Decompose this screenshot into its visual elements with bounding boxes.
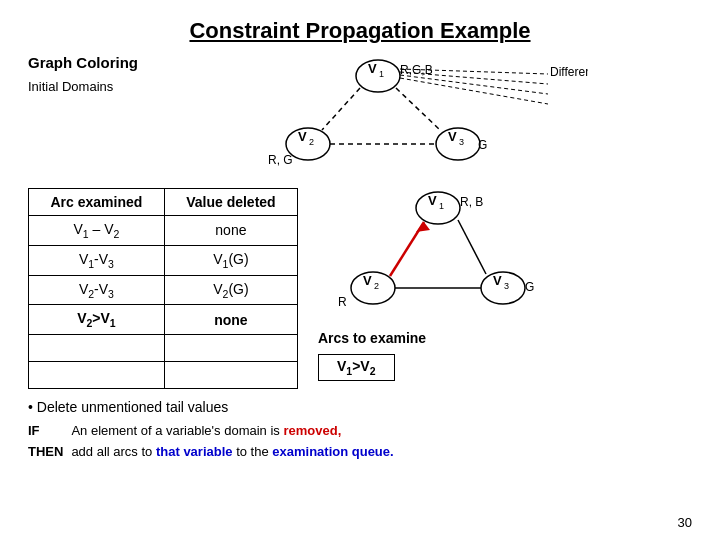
then-label: THEN <box>28 442 63 463</box>
table-container: Arc examined Value deleted V1 – V2 none … <box>28 188 298 389</box>
deleted-cell-highlight: none <box>164 305 297 335</box>
table-row-empty2 <box>29 362 298 389</box>
arc-cell: V2-V3 <box>29 275 165 305</box>
svg-line-34 <box>458 220 486 274</box>
constraint-table: Arc examined Value deleted V1 – V2 none … <box>28 188 298 389</box>
bullet-text: • Delete unmentioned tail values <box>28 399 228 415</box>
if-removed: removed, <box>283 423 341 438</box>
svg-line-13 <box>396 88 440 130</box>
ifthen-text: An element of a variable's domain is rem… <box>71 421 393 463</box>
table-row: V1-V3 V1(G) <box>29 245 298 275</box>
svg-marker-33 <box>416 222 430 232</box>
table-row-highlight: V2>V1 none <box>29 305 298 335</box>
svg-line-12 <box>322 88 360 130</box>
first-graph-diagram: V 1 R,G,B V 2 R, G V 3 G <box>208 54 692 174</box>
svg-text:3: 3 <box>459 137 464 147</box>
bullet-section: • Delete unmentioned tail values <box>28 399 692 415</box>
svg-text:V: V <box>428 193 437 208</box>
graph-label-area: Graph Coloring Initial Domains <box>28 54 208 94</box>
svg-text:G: G <box>525 280 534 294</box>
svg-point-0 <box>356 60 400 92</box>
deleted-cell: V1(G) <box>164 245 297 275</box>
arc-cell: V1-V3 <box>29 245 165 275</box>
arcs-to-examine-label: Arcs to examine <box>318 330 692 346</box>
svg-text:V: V <box>448 129 457 144</box>
table-header-deleted: Value deleted <box>164 189 297 216</box>
top-section: Graph Coloring Initial Domains V 1 R,G,B… <box>28 54 692 174</box>
svg-text:V: V <box>298 129 307 144</box>
svg-text:R, B: R, B <box>460 195 483 209</box>
deleted-cell: none <box>164 216 297 246</box>
graph-title: Graph Coloring <box>28 54 208 71</box>
deleted-cell: V2(G) <box>164 275 297 305</box>
page-number: 30 <box>678 515 692 530</box>
svg-text:V: V <box>493 273 502 288</box>
svg-text:G: G <box>478 138 487 152</box>
svg-text:V: V <box>363 273 372 288</box>
table-row-empty1 <box>29 335 298 362</box>
second-graph-area: V 1 R, B V 2 R V 3 G <box>318 188 692 381</box>
page: Constraint Propagation Example Graph Col… <box>0 0 720 540</box>
then-line: add all arcs to that variable to the exa… <box>71 442 393 463</box>
svg-point-8 <box>436 128 480 160</box>
if-line: An element of a variable's domain is rem… <box>71 421 393 442</box>
svg-point-28 <box>481 272 525 304</box>
initial-domains-label: Initial Domains <box>28 79 208 94</box>
svg-text:R, G: R, G <box>268 153 293 167</box>
svg-text:2: 2 <box>374 281 379 291</box>
svg-text:V: V <box>368 61 377 76</box>
table-header-arc: Arc examined <box>29 189 165 216</box>
arc-cell-highlight: V2>V1 <box>29 305 165 335</box>
ifthen-section: IF THEN An element of a variable's domai… <box>28 421 692 463</box>
then-variable: that variable <box>156 444 233 459</box>
svg-text:R: R <box>338 295 347 309</box>
svg-text:Different-color constraint: Different-color constraint <box>550 65 588 79</box>
deleted-cell-empty2 <box>164 362 297 389</box>
table-row: V2-V3 V2(G) <box>29 275 298 305</box>
svg-point-20 <box>416 192 460 224</box>
svg-text:1: 1 <box>439 201 444 211</box>
svg-line-17 <box>400 75 548 94</box>
arc-cell-empty <box>29 335 165 362</box>
if-label: IF <box>28 421 63 442</box>
v1v2-label: V1>V2 <box>318 354 395 381</box>
svg-text:1: 1 <box>379 69 384 79</box>
svg-point-24 <box>351 272 395 304</box>
bottom-section: Arc examined Value deleted V1 – V2 none … <box>28 188 692 389</box>
v1v2-box: V1>V2 <box>318 350 692 381</box>
then-queue: examination queue. <box>272 444 393 459</box>
table-row: V1 – V2 none <box>29 216 298 246</box>
svg-text:3: 3 <box>504 281 509 291</box>
page-title: Constraint Propagation Example <box>28 18 692 44</box>
deleted-cell-empty <box>164 335 297 362</box>
arc-cell-empty2 <box>29 362 165 389</box>
ifthen-labels: IF THEN <box>28 421 63 463</box>
arc-cell: V1 – V2 <box>29 216 165 246</box>
svg-text:2: 2 <box>309 137 314 147</box>
